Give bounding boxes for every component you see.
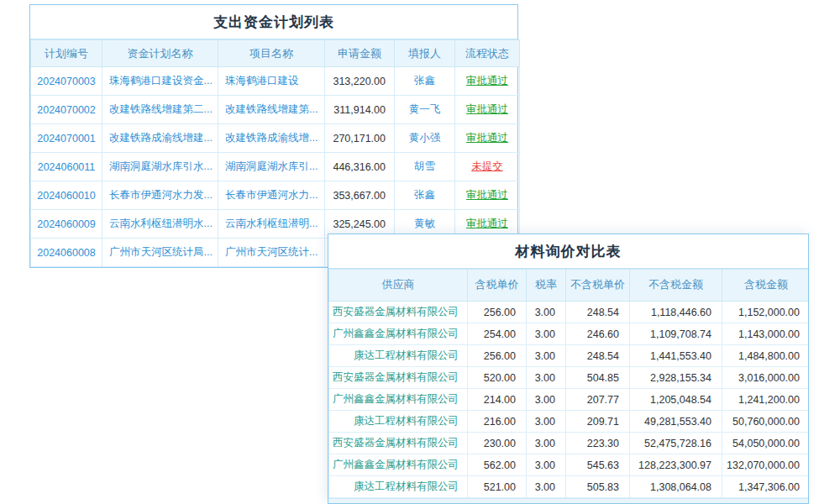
fund-plan-name-link[interactable]: 云南水利枢纽潜明水... — [102, 210, 218, 239]
supplier-link[interactable]: 广州鑫鑫金属材料有限公司 — [329, 389, 468, 411]
col-header-flow-status: 流程状态 — [455, 40, 520, 67]
expense-plan-title: 支出资金计划列表 — [30, 5, 517, 39]
tax-rate-value: 3.00 — [527, 302, 566, 323]
supplier-link[interactable]: 西安盛器金属材料有限公司 — [329, 367, 468, 389]
price-incl-tax-value: 521.00 — [468, 476, 527, 498]
plan-id-link[interactable]: 2024070003 — [31, 67, 102, 96]
plan-id-link[interactable]: 2024070001 — [31, 124, 102, 153]
tax-rate-value: 3.00 — [527, 476, 566, 498]
flow-status-link[interactable]: 审批通过 — [455, 181, 520, 210]
col-header-reporter: 填报人 — [395, 40, 455, 67]
amount-incl-tax-value: 50,760,000.00 — [722, 411, 810, 433]
plan-id-link[interactable]: 2024060009 — [31, 210, 102, 239]
tax-rate-value: 3.00 — [527, 389, 566, 411]
material-inquiry-table: 供应商 含税单价 税率 不含税单价 不含税金额 含税金额 西安盛器金属材料有限公… — [328, 269, 809, 498]
table-row: 康达工程材料有限公司 216.00 3.00 209.71 49,281,553… — [329, 411, 810, 433]
amount-incl-tax-value: 1,143,000.00 — [722, 323, 810, 345]
table-row: 2024070002 改建铁路线增建第二... 改建铁路线增建第... 311,… — [31, 96, 520, 124]
tax-rate-value: 3.00 — [527, 433, 566, 454]
table-row: 2024070001 改建铁路成渝线增建... 改建铁路成渝线增... 270,… — [31, 124, 520, 153]
flow-status-link[interactable]: 审批通过 — [455, 67, 520, 96]
plan-id-link[interactable]: 2024070002 — [31, 96, 102, 124]
project-name-link[interactable]: 珠海鹤港口建设 — [218, 67, 325, 96]
supplier-link[interactable]: 广州鑫鑫金属材料有限公司 — [329, 323, 468, 345]
plan-id-link[interactable]: 2024060011 — [31, 153, 102, 181]
cutoff-next-row-strip — [328, 498, 808, 504]
fund-plan-name-link[interactable]: 湖南洞庭湖水库引水... — [102, 153, 218, 181]
apply-amount-value: 353,667.00 — [325, 181, 395, 210]
table-row: 广州鑫鑫金属材料有限公司 214.00 3.00 207.77 1,205,04… — [329, 389, 810, 411]
supplier-link[interactable]: 西安盛器金属材料有限公司 — [329, 433, 468, 454]
flow-status-link[interactable]: 审批通过 — [455, 96, 520, 124]
col-header-project-name: 项目名称 — [218, 40, 325, 67]
price-incl-tax-value: 256.00 — [468, 302, 527, 323]
plan-id-link[interactable]: 2024060008 — [31, 239, 102, 267]
table-row: 2024070003 珠海鹤港口建设资金... 珠海鹤港口建设 313,220.… — [31, 67, 520, 96]
col-header-fund-plan-name: 资金计划名称 — [102, 40, 218, 67]
price-excl-tax-value: 209.71 — [566, 411, 630, 433]
price-excl-tax-value: 545.63 — [566, 454, 630, 476]
project-name-link[interactable]: 改建铁路线增建第... — [218, 96, 325, 124]
amount-excl-tax-value: 49,281,553.40 — [630, 411, 722, 433]
expense-plan-header-row: 计划编号 资金计划名称 项目名称 申请金额 填报人 流程状态 — [31, 40, 520, 67]
col-header-amount-incl-tax: 含税金额 — [722, 270, 810, 302]
table-row: 广州鑫鑫金属材料有限公司 254.00 3.00 246.60 1,109,70… — [329, 323, 810, 345]
table-row: 西安盛器金属材料有限公司 230.00 3.00 223.30 52,475,7… — [329, 433, 810, 454]
price-excl-tax-value: 223.30 — [566, 433, 630, 454]
flow-status-link[interactable]: 未提交 — [455, 153, 520, 181]
tax-rate-value: 3.00 — [527, 411, 566, 433]
price-incl-tax-value: 230.00 — [468, 433, 527, 454]
amount-excl-tax-value: 1,109,708.74 — [630, 323, 722, 345]
amount-incl-tax-value: 1,241,200.00 — [722, 389, 810, 411]
tax-rate-value: 3.00 — [527, 367, 566, 389]
price-incl-tax-value: 216.00 — [468, 411, 527, 433]
reporter-value: 黄一飞 — [395, 96, 455, 124]
project-name-link[interactable]: 湖南洞庭湖水库引... — [218, 153, 325, 181]
supplier-link[interactable]: 西安盛器金属材料有限公司 — [329, 302, 468, 323]
fund-plan-name-link[interactable]: 改建铁路线增建第二... — [102, 96, 218, 124]
col-header-plan-id: 计划编号 — [31, 40, 102, 67]
table-row: 康达工程材料有限公司 521.00 3.00 505.83 1,308,064.… — [329, 476, 810, 498]
amount-excl-tax-value: 1,118,446.60 — [630, 302, 722, 323]
tax-rate-value: 3.00 — [527, 454, 566, 476]
col-header-supplier: 供应商 — [329, 270, 468, 302]
project-name-link[interactable]: 广州市天河区统计... — [218, 239, 325, 267]
page: 支出资金计划列表 计划编号 资金计划名称 项目名称 申请金额 填报人 流程状态 … — [0, 0, 840, 504]
expense-plan-panel: 支出资金计划列表 计划编号 资金计划名称 项目名称 申请金额 填报人 流程状态 … — [29, 4, 518, 268]
material-inquiry-table-body: 西安盛器金属材料有限公司 256.00 3.00 248.54 1,118,44… — [329, 302, 810, 498]
fund-plan-name-link[interactable]: 珠海鹤港口建设资金... — [102, 67, 218, 96]
project-name-link[interactable]: 云南水利枢纽潜明... — [218, 210, 325, 239]
table-row: 2024060011 湖南洞庭湖水库引水... 湖南洞庭湖水库引... 446,… — [31, 153, 520, 181]
price-excl-tax-value: 248.54 — [566, 345, 630, 367]
project-name-link[interactable]: 改建铁路成渝线增... — [218, 124, 325, 153]
project-name-link[interactable]: 长春市伊通河水力... — [218, 181, 325, 210]
flow-status-link[interactable]: 审批通过 — [455, 124, 520, 153]
reporter-value: 张鑫 — [395, 181, 455, 210]
amount-excl-tax-value: 2,928,155.34 — [630, 367, 722, 389]
apply-amount-value: 270,171.00 — [325, 124, 395, 153]
amount-incl-tax-value: 1,347,306.00 — [722, 476, 810, 498]
col-header-amount-excl-tax: 不含税金额 — [630, 270, 722, 302]
supplier-link[interactable]: 康达工程材料有限公司 — [329, 476, 468, 498]
reporter-value: 黄小强 — [395, 124, 455, 153]
reporter-value: 胡雪 — [395, 153, 455, 181]
table-row: 西安盛器金属材料有限公司 256.00 3.00 248.54 1,118,44… — [329, 302, 810, 323]
price-incl-tax-value: 520.00 — [468, 367, 527, 389]
amount-excl-tax-value: 1,441,553.40 — [630, 345, 722, 367]
amount-incl-tax-value: 54,050,000.00 — [722, 433, 810, 454]
col-header-apply-amount: 申请金额 — [325, 40, 395, 67]
apply-amount-value: 313,220.00 — [325, 67, 395, 96]
tax-rate-value: 3.00 — [527, 323, 566, 345]
fund-plan-name-link[interactable]: 广州市天河区统计局... — [102, 239, 218, 267]
apply-amount-value: 446,316.00 — [325, 153, 395, 181]
fund-plan-name-link[interactable]: 改建铁路成渝线增建... — [102, 124, 218, 153]
supplier-link[interactable]: 康达工程材料有限公司 — [329, 411, 468, 433]
amount-excl-tax-value: 52,475,728.16 — [630, 433, 722, 454]
table-row: 广州鑫鑫金属材料有限公司 562.00 3.00 545.63 128,223,… — [329, 454, 810, 476]
plan-id-link[interactable]: 2024060010 — [31, 181, 102, 210]
supplier-link[interactable]: 广州鑫鑫金属材料有限公司 — [329, 454, 468, 476]
fund-plan-name-link[interactable]: 长春市伊通河水力发... — [102, 181, 218, 210]
table-row: 2024060010 长春市伊通河水力发... 长春市伊通河水力... 353,… — [31, 181, 520, 210]
amount-incl-tax-value: 132,070,000.00 — [722, 454, 810, 476]
supplier-link[interactable]: 康达工程材料有限公司 — [329, 345, 468, 367]
